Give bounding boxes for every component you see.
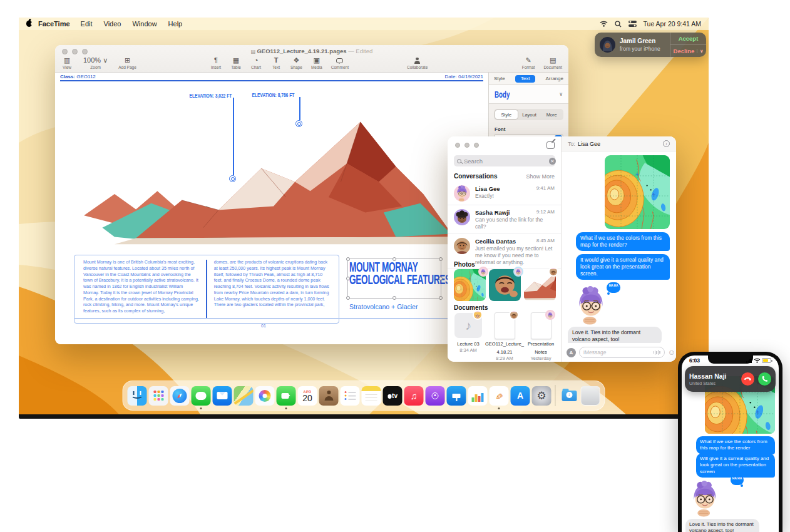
minimize-button[interactable] <box>72 49 78 54</box>
dock-podcasts-icon[interactable] <box>426 386 445 406</box>
imessage-apps-icon[interactable]: A <box>567 348 576 357</box>
insert-button[interactable]: ¶Insert <box>210 56 222 69</box>
sent-message[interactable]: What if we use the colors from this map … <box>576 232 670 251</box>
selection-handle[interactable] <box>346 257 350 261</box>
decline-options-chevron-icon[interactable]: ∨ <box>697 49 703 53</box>
document-item[interactable]: GEO112_Lecture_ 4.18.21 8:29 AM <box>486 312 523 361</box>
accept-call-button[interactable] <box>758 372 771 386</box>
dock-facetime-icon[interactable] <box>277 386 296 406</box>
comment-button[interactable]: Comment <box>331 56 349 69</box>
dock-reminders-icon[interactable] <box>341 386 360 406</box>
facetime-notification[interactable]: Jamil Green from your iPhone Accept Decl… <box>595 33 706 57</box>
dock-trash-icon[interactable] <box>581 386 600 406</box>
app-menu-title[interactable]: FaceTime <box>38 20 70 28</box>
apple-menu-icon[interactable] <box>26 21 32 27</box>
photo-thumbnail-map[interactable] <box>454 269 486 301</box>
segment-style[interactable]: Style <box>495 110 518 120</box>
dock-safari-icon[interactable] <box>170 386 190 406</box>
selection-handle[interactable] <box>392 257 396 261</box>
subheadline-text[interactable]: Stratovolcano + Glacier <box>349 303 418 310</box>
dock-notes-icon[interactable] <box>362 386 381 406</box>
document-canvas[interactable]: Class: GEO112 Date: 04/19/2021 ELEVATION… <box>55 73 488 344</box>
selection-handle[interactable] <box>346 277 350 280</box>
add-page-button[interactable]: ⊞Add Page <box>118 56 136 69</box>
dock-finder-icon[interactable] <box>128 386 147 406</box>
dock-system-preferences-icon[interactable]: ⚙ <box>532 386 551 406</box>
chart-button[interactable]: ◔Chart <box>250 56 262 69</box>
dock-maps-icon[interactable] <box>234 386 254 406</box>
haha-tapback[interactable]: HA HA <box>607 282 620 293</box>
show-more-link[interactable]: Show More <box>526 173 555 180</box>
menu-window[interactable]: Window <box>132 20 156 28</box>
dock-appletv-icon[interactable]: tv <box>383 386 403 406</box>
menu-video[interactable]: Video <box>104 20 121 28</box>
wifi-icon[interactable] <box>600 21 608 27</box>
memoji-sticker[interactable] <box>572 286 610 325</box>
sent-map-image[interactable] <box>605 155 670 229</box>
dock-calendar-icon[interactable]: APR20 <box>298 386 317 406</box>
incoming-call-banner[interactable]: Hassan Naji United States <box>685 366 776 392</box>
document-item[interactable]: ♪ Lecture 03 8:34 AM <box>450 312 486 361</box>
selection-handle[interactable] <box>439 296 443 300</box>
segment-more[interactable]: More <box>540 110 563 120</box>
close-button[interactable] <box>455 143 460 148</box>
dock-numbers-icon[interactable] <box>468 386 488 406</box>
menu-clock[interactable]: Tue Apr 20 9:41 AM <box>644 20 701 28</box>
segment-layout[interactable]: Layout <box>518 110 541 120</box>
selection-handle[interactable] <box>439 257 443 261</box>
window-controls[interactable] <box>455 143 479 148</box>
control-center-icon[interactable] <box>628 21 637 27</box>
collaborate-button[interactable]: Collaborate <box>407 56 428 69</box>
format-tab-style[interactable]: Style <box>494 76 505 81</box>
dock-launchpad-icon[interactable] <box>149 386 168 406</box>
compose-icon[interactable] <box>546 141 555 149</box>
imessage-input[interactable] <box>583 349 653 356</box>
spotlight-search-icon[interactable] <box>615 21 622 28</box>
close-button[interactable] <box>62 49 68 54</box>
dock-appstore-icon[interactable]: A <box>511 386 530 406</box>
emoji-picker-icon[interactable]: ☺ <box>668 349 675 356</box>
selection-handle[interactable] <box>392 296 396 300</box>
sent-message[interactable]: It would give it a surreal quality and l… <box>576 254 670 280</box>
view-button[interactable]: ▥View <box>61 56 73 69</box>
menu-edit[interactable]: Edit <box>81 20 93 28</box>
photo-thumbnail-mountain[interactable] <box>524 269 556 301</box>
received-message[interactable]: Love it. Ties into the dormant volcano a… <box>685 519 759 532</box>
document-button[interactable]: ▤Document <box>543 56 562 69</box>
format-tab-text[interactable]: Text <box>515 75 536 83</box>
conversation-row-sasha[interactable]: Sasha Rawji9:12 AM Can you send the link… <box>448 205 561 234</box>
dock-mail-icon[interactable] <box>213 386 232 406</box>
window-controls[interactable] <box>62 49 88 54</box>
menu-help[interactable]: Help <box>168 20 183 28</box>
format-tab-arrange[interactable]: Arrange <box>546 76 563 81</box>
dock-downloads-icon[interactable] <box>560 386 579 406</box>
pages-titlebar[interactable]: ▤ GEO112_Lecture_4.19.21.pages — Edited … <box>55 45 568 73</box>
zoom-control[interactable]: 100% ∨Zoom <box>81 56 110 69</box>
search-input[interactable] <box>464 158 546 165</box>
dock-contacts-icon[interactable] <box>319 386 339 406</box>
shape-button[interactable]: ❖Shape <box>290 56 302 69</box>
terrain-render-image[interactable] <box>76 90 471 249</box>
dock-keynote-icon[interactable] <box>447 386 466 406</box>
search-field[interactable]: ✕ <box>454 155 555 166</box>
selection-handle[interactable] <box>439 277 443 280</box>
memoji-sticker[interactable] <box>687 481 723 517</box>
photo-thumbnail-selfie[interactable] <box>489 269 521 301</box>
selection-handle[interactable] <box>346 296 350 300</box>
haha-tapback[interactable]: HA HA <box>731 475 744 485</box>
accept-button[interactable]: Accept <box>670 33 706 45</box>
dock-music-icon[interactable]: ♫ <box>404 386 424 406</box>
info-icon[interactable]: i <box>663 140 670 147</box>
dock-messages-icon[interactable] <box>192 386 211 406</box>
document-item[interactable]: Presentation Notes Yesterday <box>523 312 559 361</box>
audio-message-icon[interactable] <box>653 350 660 355</box>
decline-call-button[interactable] <box>741 372 754 386</box>
text-button[interactable]: TText <box>270 56 282 69</box>
minimize-button[interactable] <box>464 143 469 148</box>
sent-message[interactable]: What if we use the colors from this map … <box>696 436 775 454</box>
clear-search-icon[interactable]: ✕ <box>549 158 556 165</box>
media-button[interactable]: ▣Media <box>311 56 322 69</box>
body-textbox[interactable]: Mount Mornay is one of British Columbia'… <box>74 255 339 324</box>
headline-textbox-selected[interactable]: MOUNT MORNAY GEOLOGICAL FEATURES <box>347 258 441 299</box>
format-button[interactable]: ✎Format <box>522 56 535 69</box>
